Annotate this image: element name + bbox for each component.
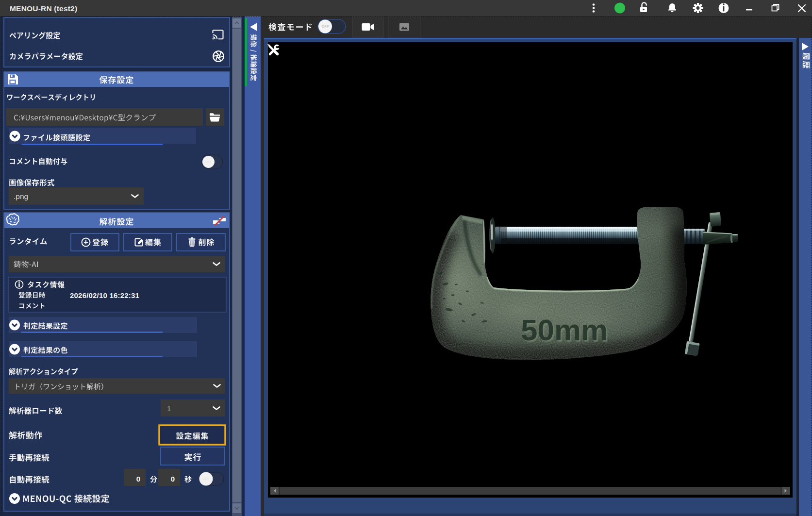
svg-text:.png: .png: [14, 192, 28, 200]
svg-text:1: 1: [167, 404, 171, 413]
svg-text:OFF: OFF: [205, 160, 212, 164]
svg-text:50mm: 50mm: [521, 313, 608, 347]
svg-text:0: 0: [171, 475, 175, 483]
svg-text:OFF: OFF: [203, 477, 209, 481]
svg-text:2026/02/10 16:22:31: 2026/02/10 16:22:31: [70, 291, 139, 300]
svg-text:OFF: OFF: [322, 24, 329, 29]
svg-text:MENOU-RN (test2): MENOU-RN (test2): [10, 4, 77, 13]
svg-text:0: 0: [136, 475, 140, 483]
